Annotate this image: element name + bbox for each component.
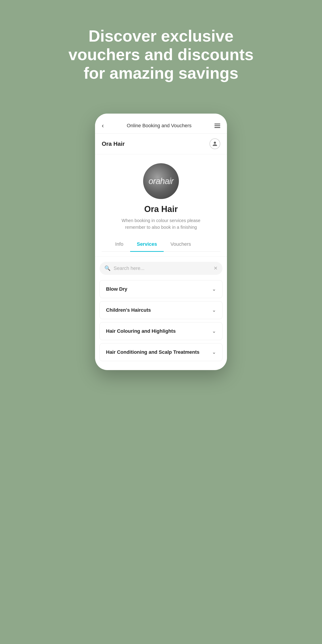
profile-name: Ora Hair (144, 204, 178, 214)
avatar-text: orahair (148, 176, 173, 186)
nav-title: Online Booking and Vouchers (127, 123, 192, 128)
service-item-hair-conditioning[interactable]: Hair Conditioning and Scalp Treatments ⌄ (100, 343, 222, 361)
chevron-down-icon: ⌄ (212, 328, 216, 334)
search-bar[interactable]: 🔍 Search here... ✕ (100, 262, 222, 275)
profile-description: When booking in colour services please r… (114, 217, 208, 230)
service-item-childrens-haircuts[interactable]: Children's Haircuts ⌄ (100, 301, 222, 319)
service-label: Blow Dry (106, 286, 127, 292)
service-item-hair-colouring[interactable]: Hair Colouring and Highlights ⌄ (100, 322, 222, 340)
menu-line-3 (214, 127, 220, 128)
menu-line-2 (214, 126, 220, 126)
service-label: Children's Haircuts (106, 307, 151, 313)
tab-vouchers[interactable]: Vouchers (164, 237, 198, 252)
user-icon (212, 141, 218, 146)
search-icon: 🔍 (104, 266, 110, 271)
search-clear-button[interactable]: ✕ (214, 266, 218, 271)
phone-mockup: ‹ Online Booking and Vouchers Ora Hair o… (95, 114, 227, 370)
status-bar (95, 114, 227, 118)
chevron-down-icon: ⌄ (212, 349, 216, 355)
app-header: Ora Hair (95, 134, 227, 154)
hero-heading: Discover exclusive vouchers and discount… (60, 27, 262, 82)
nav-bar: ‹ Online Booking and Vouchers (95, 118, 227, 134)
chevron-down-icon: ⌄ (212, 307, 216, 313)
service-label: Hair Colouring and Highlights (106, 328, 176, 334)
tab-info[interactable]: Info (108, 237, 130, 252)
tab-bar: Info Services Vouchers (102, 237, 220, 252)
tab-services[interactable]: Services (130, 237, 164, 252)
services-list: Blow Dry ⌄ Children's Haircuts ⌄ Hair Co… (95, 280, 227, 370)
chevron-down-icon: ⌄ (212, 286, 216, 292)
profile-section: orahair Ora Hair When booking in colour … (95, 154, 227, 256)
service-item-blow-dry[interactable]: Blow Dry ⌄ (100, 280, 222, 298)
back-button[interactable]: ‹ (102, 122, 104, 129)
menu-button[interactable] (214, 124, 220, 128)
search-input[interactable]: Search here... (114, 266, 210, 271)
brand-name: Ora Hair (102, 140, 125, 147)
user-profile-button[interactable] (210, 138, 220, 149)
service-label: Hair Conditioning and Scalp Treatments (106, 349, 200, 355)
menu-line-1 (214, 124, 220, 124)
profile-avatar: orahair (143, 163, 179, 199)
